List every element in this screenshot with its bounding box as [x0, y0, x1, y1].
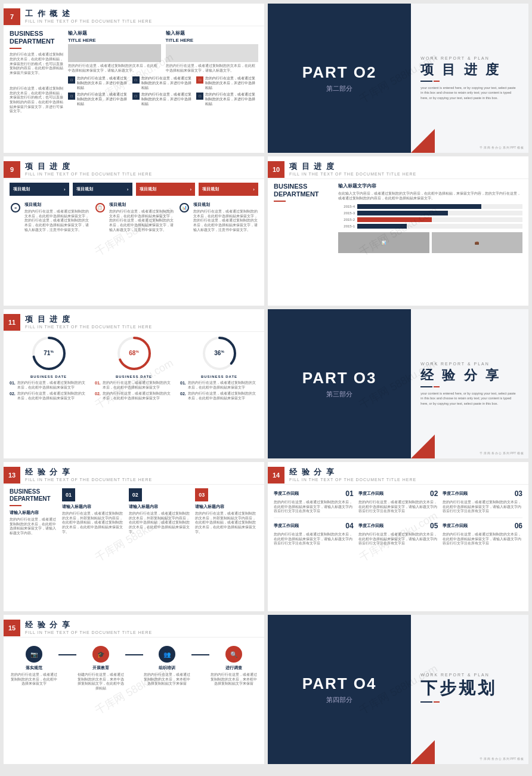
slide-12-desc: your content is entered here, or by copy… [420, 391, 519, 406]
item-icon-5: □ [132, 93, 140, 100]
slide-16-right: WORK REPORT & PLAN 下步规划 千 库 商 务 办 公 系 列 … [411, 615, 528, 764]
slide-num-9: 9 [4, 161, 20, 178]
s13-col-3: 03 请输入标题内容 您的内行行在这里，或者通过复制制您的文本后，外部复制粘贴文… [195, 488, 258, 536]
bar-fill-1 [357, 204, 481, 209]
s11-circle-3: 36% [202, 335, 237, 371]
connector-3 [191, 654, 209, 655]
item-icon-3: □ [196, 76, 203, 84]
slide-16-label: WORK REPORT & PLAN [420, 673, 519, 677]
item-icon-2: □ [132, 76, 140, 84]
slide-16-title: 下步规划 [420, 679, 519, 698]
list-item: 季度工作回顾 02 您的内行行在这里，或者通过复制制您的文本后，在此框中选择粘贴… [358, 489, 438, 514]
slide-13-header: 经 验 分 享 FILL IN THE TEXT OF THE DOCUMENT… [4, 462, 264, 485]
s11-circle-1: 71% [31, 335, 67, 371]
slide-15-content: 📷 落实规范 您的内行行在这里，或者通过复制制您的文本后，在此框中选择来保留文字… [4, 638, 264, 695]
connector-1 [58, 654, 76, 655]
slide-15-header: 经 验 分 享 FILL IN THE TEXT OF THE DOCUMENT… [4, 615, 264, 638]
slide-14-subtitle: FILL IN THE TEXT OF THE DOCUMENT TITLE H… [289, 478, 522, 482]
arrow-icon-4: › [253, 187, 255, 192]
slide-12-accent [420, 386, 519, 387]
camera-icon: 📷 [26, 646, 42, 663]
s9-btn-3[interactable]: 项目规划 › [136, 183, 196, 196]
slide-7-content: BUSINESSDEPARTMENT 您的行行在这里，或者通过复制制您的文本后，… [4, 26, 264, 118]
slide-12-footer: 千 库 商 务 办 公 系 列 PPT 模 板 [480, 451, 524, 455]
list-item: 01. 您的内行行在这里，或者通过复制制您的文本后，在此框中选择粘贴来保留文字 [180, 381, 258, 390]
slide-num-7: 7 [4, 8, 20, 25]
search-icon: 🔍 [225, 646, 242, 663]
slide-15-timeline: 📷 落实规范 您的内行行在这里，或者通过复制制您的文本后，在此框中选择来保留文字… [10, 646, 258, 691]
list-item: 02. 您的内行行在这里，或者通过复制制您的文本后，在此框中选择粘贴来保留文字 [180, 392, 258, 401]
slide-9-content: 项目规划 › 项目规划 › 项目规划 › 项目规划 › [4, 179, 264, 236]
slide-7-left-text: 您的行行在这里，或者通过复制制您的文本后，在此框中选择粘贴，来保留您行行的格式；… [10, 53, 63, 75]
slide-num-15: 15 [4, 620, 20, 636]
part-subtitle-8: 第二部分 [326, 84, 352, 93]
slide-num-13: 13 [4, 467, 20, 484]
s13-col-2: 02 请输入标题内容 您的内行行在这里，或者通过复制制您的文本后，外部复制粘贴文… [129, 488, 192, 536]
s11-block-1: 71% BUSINESS DATE 01. 您的内行行在这里，或者通过复制制您的… [10, 335, 88, 403]
slide-8-right: WORK REPORT & PLAN 项 目 进 度 your content … [411, 4, 528, 153]
slide-7: 7 工 作 概 述 FILL IN THE TEXT OF THE DOCUME… [4, 4, 264, 153]
slide-14-content: 季度工作回顾 01 您的内行行在这里，或者通过复制制您的文本后，在此框中选择粘贴… [268, 485, 528, 551]
part-number-8: PART O2 [302, 63, 377, 82]
slide-10-left: BUSINESSDEPARTMENT [274, 183, 333, 253]
timeline-node-4: 🔍 进行调查 您的内行行在这里，或者通过复制制您的文本后，来本框中选择复制粘贴文… [209, 646, 258, 686]
item-icon-4: □ [68, 93, 75, 100]
list-item: □ 您的内行行在这里，或者通过复制制您的文本后，并进行中选择粘贴 [132, 93, 194, 106]
list-item: 02. 您的内行行在这里，或者通过复制制您的文本后，在此框中选择粘贴来保留文字 [95, 392, 173, 401]
slide-13-brand: BUSINESSDEPARTMENT [10, 488, 57, 503]
s13-badge-3: 03 [195, 488, 208, 501]
slide-16: PART O4 第四部分 WORK REPORT & PLAN 下步规划 千 库… [268, 615, 528, 764]
slide-13: 13 经 验 分 享 FILL IN THE TEXT OF THE DOCUM… [4, 462, 264, 611]
slide-8-label: WORK REPORT & PLAN [420, 56, 519, 60]
slide-10-input-title: 输入标题文字内容 [338, 183, 522, 189]
slide-13-accent [10, 505, 21, 506]
slide-7-header: 工 作 概 述 FILL IN THE TEXT OF THE DOCUMENT… [4, 4, 264, 26]
slide-10-chart: 2015-4 2015-3 2015-2 [338, 204, 522, 229]
slide-10-img-1: 📊 [338, 232, 429, 253]
arrow-icon-2: › [127, 187, 129, 192]
list-item: 季度工作回顾 03 您的内行行在这里，或者通过复制制您的文本后，在此框中选择粘贴… [443, 489, 522, 514]
slide-16-triangle [411, 740, 435, 764]
slide-15: 15 经 验 分 享 FILL IN THE TEXT OF THE DOCUM… [4, 615, 264, 764]
s11-circle-2: 68% [116, 335, 152, 371]
slide-8-title: 项 目 进 度 [420, 63, 519, 77]
slide-12-title: 经 验 分 享 [420, 368, 519, 383]
slide-14-title: 经 验 分 享 [289, 467, 522, 478]
s9-btn-2[interactable]: 项目规划 › [73, 183, 132, 196]
slide-13-content: BUSINESSDEPARTMENT 请输入标题内容 您的内行行在这里，或者通过… [4, 485, 264, 540]
s13-badge-1: 01 [62, 488, 75, 501]
slide-15-subtitle: FILL IN THE TEXT OF THE DOCUMENT TITLE H… [25, 630, 258, 635]
s9-icon-2: 📋 [94, 202, 106, 214]
slide-10-brand: BUSINESSDEPARTMENT [274, 183, 333, 198]
list-item: ≡ 项目规划 您的内行行在这里，或者通过复制制您的文本后，在此框中选择粘贴来保留… [10, 202, 89, 232]
s13-col-1: 01 请输入标题内容 您的内行行在这里，或者通过复制制您的文本后，外部复制粘贴文… [62, 488, 125, 536]
s9-btn-1[interactable]: 项目规划 › [10, 183, 69, 196]
main-grid: 7 工 作 概 述 FILL IN THE TEXT OF THE DOCUME… [0, 0, 532, 768]
list-item: □ 您的内行行在这里，或者通过复制制您的文本后，并进行中选择粘贴 [68, 76, 130, 90]
s9-btn-4[interactable]: 项目规划 › [199, 183, 258, 196]
s11-date-3: BUSINESS DATE [201, 375, 237, 378]
slide-16-footer: 千 库 商 务 办 公 系 列 PPT 模 板 [480, 757, 524, 760]
slide-11-title: 项 目 进 度 [25, 314, 258, 325]
slide-10-content: BUSINESSDEPARTMENT 输入标题文字内容 在此输入文字内容后，或者… [268, 179, 528, 257]
slide-13-right: 01 请输入标题内容 您的内行行在这里，或者通过复制制您的文本后，外部复制粘贴文… [62, 488, 258, 536]
slide-7-title: 工 作 概 述 [25, 8, 258, 19]
slide-12-label: WORK REPORT & PLAN [420, 362, 519, 366]
slide-9-subtitle: FILL IN THE TEXT OF THE DOCUMENT TITLE H… [25, 172, 258, 176]
slide-7-input-1: 输入标题 TITLE HERE 您的内行行在这里，或者通过复制制您的文本后，在此… [68, 30, 161, 73]
slide-14-divider [274, 518, 522, 518]
bar-fill-2 [357, 211, 448, 215]
item-icon-1: □ [68, 76, 75, 84]
slide-8-accent [420, 81, 519, 82]
bar-fill-4 [357, 224, 407, 229]
timeline-node-2: 🎓 开展教育 创建内行行在这里，或者通过复制制您的文本后，来本中选择复制粘贴文字… [76, 646, 125, 691]
slide-8-footer: 千 库 商 务 办 公 系 列 PPT 模 板 [480, 146, 524, 149]
slide-num-14: 14 [268, 467, 284, 484]
slide-12-left: PART O3 第三部分 [268, 309, 411, 458]
list-item: □ 您的内行行在这里，或者通过复制制您的文本后，并进行中选择粘贴 [68, 93, 130, 106]
list-item: 02. 您的内行行在这里，或者通过复制制您的文本后，在此框中选择粘贴来保留文字 [10, 392, 88, 401]
slide-10: 10 项 目 进 度 FILL IN THE TEXT OF THE DOCUM… [268, 156, 528, 306]
slide-13-left: BUSINESSDEPARTMENT 请输入标题内容 您的内行行在这里，或者通过… [10, 488, 57, 536]
slide-11-content: 71% BUSINESS DATE 01. 您的内行行在这里，或者通过复制制您的… [4, 332, 264, 407]
slide-num-10: 10 [268, 161, 284, 178]
